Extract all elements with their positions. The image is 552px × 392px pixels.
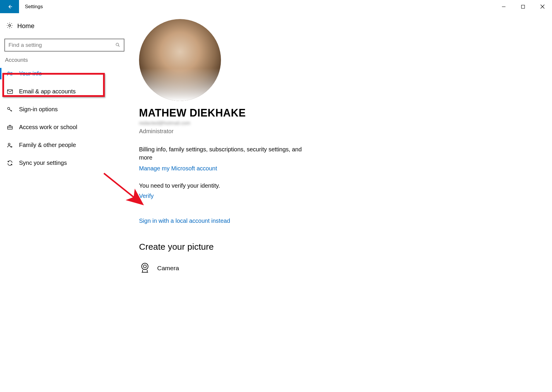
sidebar-item-label: Sync your settings bbox=[19, 160, 67, 166]
home-link[interactable]: Home bbox=[4, 19, 124, 33]
people-add-icon bbox=[7, 142, 16, 148]
sync-icon bbox=[7, 160, 16, 166]
window-title: Settings bbox=[25, 4, 43, 10]
sidebar-item-your-info[interactable]: Your info bbox=[4, 66, 124, 81]
verify-link[interactable]: Verify bbox=[139, 193, 154, 199]
svg-point-20 bbox=[143, 265, 146, 268]
svg-point-16 bbox=[8, 143, 10, 145]
sidebar-item-label: Email & app accounts bbox=[19, 88, 76, 95]
user-role: Administrator bbox=[139, 128, 552, 135]
back-button[interactable] bbox=[0, 0, 19, 13]
maximize-icon bbox=[521, 5, 525, 9]
sidebar-item-sync[interactable]: Sync your settings bbox=[4, 155, 124, 170]
main-content: MATHEW DIEKHAKE redacted@hotmail.com Adm… bbox=[129, 19, 552, 274]
search-icon bbox=[115, 42, 120, 48]
camera-label: Camera bbox=[157, 265, 179, 272]
user-name: MATHEW DIEKHAKE bbox=[139, 107, 552, 119]
svg-line-7 bbox=[118, 45, 119, 47]
minimize-icon bbox=[502, 5, 506, 9]
gear-icon bbox=[6, 22, 15, 30]
sidebar-item-email-accounts[interactable]: Email & app accounts bbox=[4, 84, 124, 99]
svg-rect-12 bbox=[7, 90, 12, 93]
window-controls bbox=[494, 0, 552, 13]
arrow-left-icon bbox=[6, 4, 13, 10]
close-button[interactable] bbox=[533, 0, 552, 13]
search-box[interactable] bbox=[4, 39, 124, 52]
svg-point-6 bbox=[116, 43, 119, 46]
svg-point-8 bbox=[8, 72, 10, 73]
camera-button[interactable]: Camera bbox=[139, 262, 552, 274]
section-heading: Accounts bbox=[5, 57, 124, 63]
avatar bbox=[139, 19, 221, 101]
sidebar: Home Accounts Your info Email & app acco… bbox=[0, 19, 129, 274]
picture-heading: Create your picture bbox=[139, 242, 552, 252]
svg-point-13 bbox=[8, 107, 10, 109]
svg-rect-2 bbox=[522, 5, 525, 8]
mail-icon bbox=[7, 88, 16, 95]
sidebar-item-label: Sign-in options bbox=[19, 106, 58, 113]
manage-account-link[interactable]: Manage my Microsoft account bbox=[139, 165, 217, 172]
verify-text: You need to verify your identity. bbox=[139, 182, 552, 189]
person-list-icon bbox=[7, 71, 16, 77]
user-email: redacted@hotmail.com bbox=[139, 120, 552, 126]
account-description: Billing info, family settings, subscript… bbox=[139, 145, 312, 162]
svg-point-5 bbox=[9, 25, 11, 26]
titlebar: Settings bbox=[0, 0, 552, 13]
sidebar-item-family[interactable]: Family & other people bbox=[4, 138, 124, 153]
camera-icon bbox=[139, 262, 151, 274]
sidebar-item-label: Your info bbox=[19, 70, 42, 77]
maximize-button[interactable] bbox=[513, 0, 533, 13]
close-icon bbox=[540, 4, 545, 9]
key-icon bbox=[7, 106, 16, 113]
briefcase-icon bbox=[7, 124, 16, 131]
minimize-button[interactable] bbox=[494, 0, 513, 13]
sidebar-item-access-work[interactable]: Access work or school bbox=[4, 120, 124, 135]
home-label: Home bbox=[17, 22, 35, 30]
sidebar-item-label: Family & other people bbox=[19, 142, 76, 148]
svg-point-19 bbox=[142, 263, 148, 270]
sidebar-item-signin-options[interactable]: Sign-in options bbox=[4, 102, 124, 117]
sidebar-item-label: Access work or school bbox=[19, 124, 77, 131]
local-account-link[interactable]: Sign in with a local account instead bbox=[139, 218, 230, 224]
search-input[interactable] bbox=[8, 42, 115, 48]
